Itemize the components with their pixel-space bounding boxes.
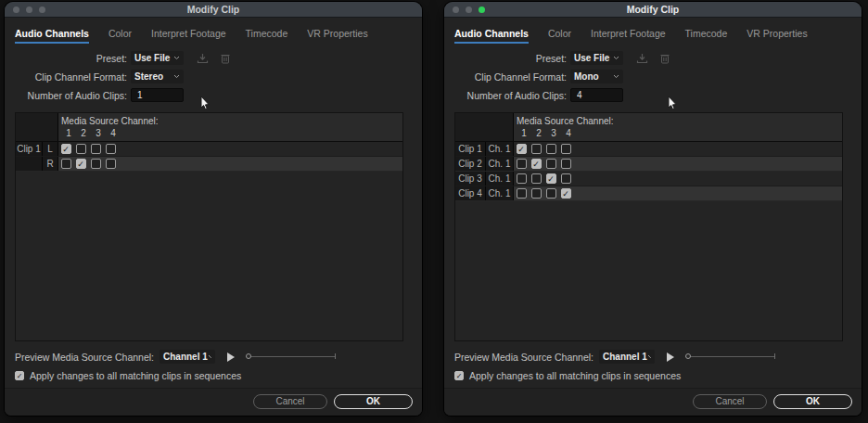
clip-channel-format-dropdown[interactable]: Stereo — [131, 70, 184, 83]
play-icon[interactable] — [227, 352, 235, 362]
tab-timecode[interactable]: Timecode — [246, 28, 288, 44]
slider-knob[interactable] — [685, 353, 691, 359]
tab-audio-channels[interactable]: Audio Channels — [15, 28, 89, 44]
clip-channel-format-row: Clip Channel Format: Mono — [454, 70, 862, 83]
channel-checkbox[interactable] — [76, 159, 86, 169]
channel-checkbox[interactable] — [546, 188, 556, 199]
channel-checkbox[interactable] — [76, 144, 86, 154]
ok-button[interactable]: OK — [334, 394, 413, 409]
number-of-audio-clips-label: Number of Audio Clips: — [454, 90, 567, 101]
channel-checkbox[interactable] — [517, 188, 527, 199]
save-preset-icon[interactable] — [636, 53, 648, 64]
channel-checkbox[interactable] — [561, 159, 571, 169]
apply-changes-checkbox[interactable] — [15, 371, 24, 380]
preview-label: Preview Media Source Channel: — [454, 352, 594, 363]
apply-changes-checkbox[interactable] — [454, 371, 464, 380]
channel-checkbox[interactable] — [517, 144, 527, 154]
clip-name-cell: Clip 3 — [455, 172, 486, 186]
slider-knob[interactable] — [246, 353, 251, 359]
clip-name-cell: Clip 1 — [455, 142, 486, 156]
preview-volume-slider[interactable] — [685, 352, 775, 361]
title-bar[interactable]: Modify Clip — [444, 2, 862, 18]
preview-channel-dropdown[interactable]: Channel 1 — [160, 350, 215, 364]
tab-interpret-footage[interactable]: Interpret Footage — [151, 28, 226, 44]
cancel-button[interactable]: Cancel — [693, 394, 767, 409]
media-source-channel-label: Media Source Channel: — [61, 116, 159, 127]
preset-value: Use File — [134, 53, 170, 63]
clip-name-cell: Clip 2 — [455, 157, 486, 171]
channel-checkbox[interactable] — [91, 159, 101, 169]
channel-checkbox[interactable] — [531, 159, 542, 169]
audio-channels-form: Preset: Use File Clip Channel Format: St… — [5, 51, 422, 107]
preset-value: Use File — [574, 53, 609, 63]
chevron-down-icon — [613, 56, 619, 60]
ok-button[interactable]: OK — [773, 394, 852, 409]
preset-dropdown[interactable]: Use File — [131, 51, 184, 65]
cancel-button[interactable]: Cancel — [253, 394, 327, 409]
channel-checkbox[interactable] — [561, 144, 571, 154]
number-of-audio-clips-input[interactable] — [131, 88, 184, 102]
tab-timecode[interactable]: Timecode — [685, 28, 728, 44]
tab-audio-channels[interactable]: Audio Channels — [454, 28, 529, 44]
preset-dropdown[interactable]: Use File — [570, 51, 623, 65]
channel-checkbox[interactable] — [106, 144, 116, 154]
minimize-window-button[interactable] — [466, 6, 472, 13]
zoom-window-button[interactable] — [479, 6, 485, 13]
clip-channel-format-dropdown[interactable]: Mono — [570, 70, 623, 83]
channel-col-3: 3 — [91, 128, 106, 139]
clip-channel-format-label: Clip Channel Format: — [15, 71, 127, 83]
minimize-window-button[interactable] — [26, 6, 32, 13]
tab-color[interactable]: Color — [548, 28, 571, 44]
close-window-button[interactable] — [453, 6, 459, 13]
slider-track — [246, 356, 336, 357]
preview-volume-slider[interactable] — [246, 352, 336, 361]
channel-col-1: 1 — [61, 128, 76, 139]
channel-checkbox[interactable] — [61, 159, 71, 169]
channel-checkbox[interactable] — [531, 188, 542, 199]
window-title: Modify Clip — [627, 4, 680, 15]
chevron-down-icon — [613, 74, 619, 79]
channel-name-cell: R — [43, 157, 58, 171]
number-of-audio-clips-input[interactable] — [570, 88, 623, 102]
preset-row: Preset: Use File — [15, 51, 422, 65]
channel-checkbox[interactable] — [517, 159, 527, 169]
channel-checkbox[interactable] — [546, 144, 556, 154]
channel-checkbox[interactable] — [61, 144, 71, 154]
number-of-audio-clips-label: Number of Audio Clips: — [15, 90, 127, 101]
tab-color[interactable]: Color — [108, 28, 132, 44]
media-source-channel-table: Media Source Channel: 1 2 3 4 Clip 1 L R — [15, 112, 403, 341]
table-row: Clip 2 Ch. 1 — [455, 157, 842, 172]
clip-name-cell: Clip 1 — [16, 142, 43, 156]
play-icon[interactable] — [667, 352, 674, 362]
zoom-window-button[interactable] — [39, 6, 45, 13]
apply-changes-row: Apply changes to all matching clips in s… — [15, 370, 422, 381]
channel-checkbox[interactable] — [531, 144, 542, 154]
tab-interpret-footage[interactable]: Interpret Footage — [591, 28, 666, 44]
clip-channel-format-value: Mono — [574, 71, 599, 82]
chevron-down-icon — [173, 56, 180, 60]
channel-checkbox[interactable] — [546, 159, 556, 169]
chevron-down-icon — [647, 354, 651, 359]
title-bar[interactable]: Modify Clip — [5, 2, 422, 18]
tab-vr-properties[interactable]: VR Properties — [307, 28, 367, 44]
clip-channel-format-label: Clip Channel Format: — [454, 71, 567, 83]
channel-checkbox[interactable] — [91, 144, 101, 154]
channel-checkbox[interactable] — [546, 173, 556, 184]
delete-preset-icon[interactable] — [221, 53, 230, 64]
channel-checkbox[interactable] — [561, 173, 571, 184]
modify-clip-dialog-right: Modify Clip Audio Channels Color Interpr… — [444, 2, 862, 416]
channel-checkbox[interactable] — [106, 159, 116, 169]
channel-col-2: 2 — [76, 128, 91, 139]
close-window-button[interactable] — [13, 6, 19, 13]
tab-vr-properties[interactable]: VR Properties — [747, 28, 807, 44]
clip-name-cell: Clip 4 — [455, 186, 486, 200]
preview-channel-dropdown[interactable]: Channel 1 — [599, 350, 655, 364]
channel-checkbox[interactable] — [561, 188, 571, 199]
channel-checkbox[interactable] — [517, 173, 527, 184]
chevron-down-icon — [173, 74, 180, 79]
save-preset-icon[interactable] — [197, 53, 209, 64]
delete-preset-icon[interactable] — [660, 53, 670, 64]
audio-channels-form: Preset: Use File Clip Channel Format: Mo… — [444, 51, 862, 107]
channel-name-cell: Ch. 1 — [486, 157, 514, 171]
channel-checkbox[interactable] — [531, 173, 542, 184]
